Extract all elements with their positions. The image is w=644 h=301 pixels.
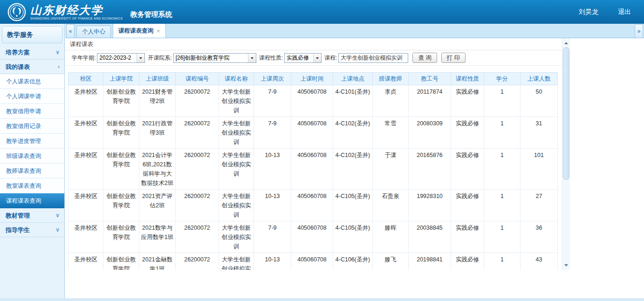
sidebar-item[interactable]: 教室借用申请	[0, 104, 64, 119]
chevron-left-icon: ‹	[58, 60, 60, 74]
table-row[interactable]: 圣井校区创新创业教育学院2021金融数学1班26200072大学生创新创业模拟实…	[69, 253, 558, 270]
course-nature-select-value: 实践必修	[285, 54, 310, 62]
tabs-container: 个人中心课程课表查询×	[76, 23, 166, 38]
column-header: 学分	[484, 73, 521, 85]
table-cell: 19928310	[409, 190, 451, 221]
table-cell: 常雪	[373, 117, 409, 149]
table-cell: 7-9	[254, 117, 291, 149]
chevron-down-icon: ∨	[55, 223, 60, 237]
column-header: 上课地点	[333, 73, 373, 85]
table-cell: 20198841	[409, 253, 451, 270]
table-cell: 大学生创新创业模拟实训	[219, 117, 254, 149]
table-cell: 4-C106(圣井)	[333, 253, 373, 270]
table-cell: 43	[521, 253, 558, 270]
sidebar-item[interactable]: 教学进度管理	[0, 134, 64, 149]
sidebar: 教学服务 培养方案∨我的课表‹个人课表信息个人调课申请教室借用申请教室借用记录教…	[0, 24, 65, 301]
sidebar-label: 课程课表查询	[6, 198, 41, 204]
table-cell: 1	[484, 253, 521, 270]
table-row[interactable]: 圣井校区创新创业教育学院2021财务管理2班26200072大学生创新创业模拟实…	[69, 85, 558, 117]
system-title: 教务管理系统	[130, 5, 172, 19]
tab-label: 个人中心	[82, 28, 105, 36]
course-nature-select[interactable]: 实践必修	[284, 53, 322, 63]
table-cell: 2021金融数学1班	[139, 253, 176, 270]
sidebar-group[interactable]: 我的课表‹	[0, 60, 64, 74]
sidebar-label: 教学进度管理	[6, 138, 41, 144]
table-cell: 圣井校区	[69, 117, 103, 149]
table-cell: 1	[484, 117, 521, 149]
table-cell: 20080309	[409, 117, 451, 149]
table-cell: 滕晖	[373, 221, 409, 253]
column-header: 课程编号	[176, 73, 219, 85]
scrollbar-thumb[interactable]	[563, 47, 569, 180]
print-button[interactable]: 打 印	[441, 53, 466, 63]
column-header: 校区	[69, 73, 103, 85]
sidebar-group[interactable]: 教材管理∨	[0, 208, 64, 223]
course-input[interactable]	[338, 53, 408, 63]
chevron-down-icon	[137, 54, 144, 62]
column-header: 上课学院	[103, 73, 139, 85]
close-icon[interactable]: ×	[157, 27, 160, 34]
table-cell: 20117874	[409, 85, 451, 117]
university-logo-icon	[7, 3, 26, 21]
chevron-down-icon	[313, 54, 321, 62]
table-cell: 创新创业教育学院	[103, 221, 139, 253]
table-cell: 大学生创新创业模拟实训	[219, 149, 254, 190]
panel-scroll-area: 课程课表 学年学期: 2022-2023-2 开课院系: [26]创新创业教育学…	[65, 38, 570, 270]
table-cell: 实践必修	[451, 190, 484, 221]
sidebar-label: 培养方案	[6, 45, 30, 60]
course-table: 校区上课学院上课班级课程编号课程名称上课周次上课时间上课地点授课教师教工号课程性…	[68, 72, 558, 270]
table-cell: 4-C105(圣井)	[333, 221, 373, 253]
table-cell: 1	[484, 149, 521, 190]
sidebar-label: 指导学生	[6, 223, 30, 237]
sidebar-item[interactable]: 个人调课申请	[0, 89, 64, 104]
search-button[interactable]: 查 询	[412, 53, 437, 63]
sidebar-item[interactable]: 教室课表查询	[0, 178, 64, 193]
tab[interactable]: 课程课表查询×	[113, 23, 166, 38]
table-body: 圣井校区创新创业教育学院2021财务管理2班26200072大学生创新创业模拟实…	[69, 85, 558, 270]
sidebar-group[interactable]: 培养方案∨	[0, 45, 64, 60]
table-cell: 36	[521, 221, 558, 253]
arrow-down-icon	[564, 264, 568, 268]
table-cell: 4-C101(圣井)	[333, 85, 373, 117]
scroll-tabs-right-button[interactable]: »	[635, 24, 643, 38]
scroll-tabs-left-button[interactable]: «	[66, 24, 75, 38]
sidebar-label: 教室借用申请	[6, 108, 41, 115]
sidebar-group[interactable]: 指导学生∨	[0, 223, 64, 237]
logout-button[interactable]: 退出	[618, 8, 631, 16]
filter-bar: 学年学期: 2022-2023-2 开课院系: [26]创新创业教育学院 课程性…	[65, 50, 562, 66]
table-cell: 1	[484, 221, 521, 253]
sidebar-item[interactable]: 教师课表查询	[0, 164, 64, 178]
tab[interactable]: 个人中心	[76, 26, 111, 38]
scroll-down-button[interactable]	[562, 261, 570, 269]
sidebar-item[interactable]: 个人课表信息	[0, 74, 64, 89]
department-select[interactable]: [26]创新创业教育学院	[173, 53, 256, 63]
table-cell: 26200072	[176, 117, 219, 149]
sidebar-label: 教材管理	[6, 208, 30, 223]
sidebar-item[interactable]: 课程课表查询	[0, 193, 64, 208]
sidebar-label: 个人课表信息	[6, 78, 41, 85]
table-cell: 4-C105(圣井)	[333, 190, 373, 221]
table-cell: 于潇	[373, 149, 409, 190]
table-cell: 26200072	[176, 221, 219, 253]
university-brand: 山东财经大学 SHANDONG UNIVERSITY OF FINANCE AN…	[30, 4, 123, 20]
sidebar-menu: 培养方案∨我的课表‹个人课表信息个人调课申请教室借用申请教室借用记录教学进度管理…	[0, 45, 64, 237]
sidebar-item[interactable]: 教室借用记录	[0, 119, 64, 134]
user-area: 刘昊龙 退出	[579, 8, 637, 16]
table-cell: 大学生创新创业模拟实训	[219, 221, 254, 253]
university-name: 山东财经大学	[30, 4, 123, 16]
scroll-up-button[interactable]	[562, 39, 570, 47]
vertical-scrollbar[interactable]	[562, 38, 570, 270]
table-cell: 大学生创新创业模拟实训	[219, 85, 254, 117]
table-cell: 实践必修	[451, 117, 484, 149]
table-cell: 50	[521, 85, 558, 117]
sidebar-item[interactable]: 班级课表查询	[0, 149, 64, 164]
table-row[interactable]: 圣井校区创新创业教育学院2021资产评估2班26200072大学生创新创业模拟实…	[69, 190, 558, 221]
table-row[interactable]: 圣井校区创新创业教育学院2021数学与应用数学1班26200072大学生创新创业…	[69, 221, 558, 253]
table-row[interactable]: 圣井校区创新创业教育学院2021行政管理3班26200072大学生创新创业模拟实…	[69, 117, 558, 149]
panel-content: 课程课表 学年学期: 2022-2023-2 开课院系: [26]创新创业教育学…	[65, 38, 562, 270]
table-cell: 4-C102(圣井)	[333, 117, 373, 149]
semester-select[interactable]: 2022-2023-2	[97, 53, 145, 63]
table-cell: 26200072	[176, 85, 219, 117]
table-cell: 实践必修	[451, 221, 484, 253]
table-row[interactable]: 圣井校区创新创业教育学院2021会计学6班,2021数据科学与大数据技术2班26…	[69, 149, 558, 190]
